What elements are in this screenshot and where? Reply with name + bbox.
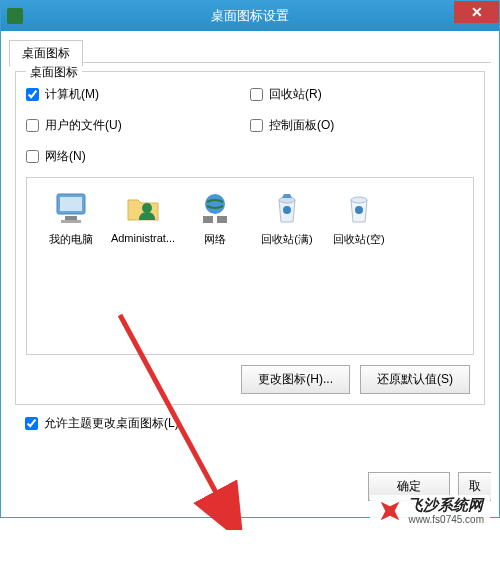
checkbox-controlpanel-label: 控制面板(O) <box>269 117 334 134</box>
content-area: 桌面图标 桌面图标 计算机(M) 回收站(R) 用户的文件(U) <box>1 31 499 517</box>
watermark-text: 飞沙系统网 www.fs0745.com <box>408 497 484 525</box>
icon-item-recyclebin-full[interactable]: 回收站(满) <box>251 190 323 247</box>
checkbox-userfiles-label: 用户的文件(U) <box>45 117 122 134</box>
theme-checkbox-input[interactable] <box>25 417 38 430</box>
theme-checkbox-label: 允许主题更改桌面图标(L) <box>44 415 179 432</box>
watermark: 飞沙系统网 www.fs0745.com <box>370 495 490 527</box>
tab-desktop-icons[interactable]: 桌面图标 <box>9 40 83 67</box>
svg-point-9 <box>283 206 291 214</box>
checkbox-controlpanel[interactable]: 控制面板(O) <box>250 117 474 134</box>
window-frame: 桌面图标设置 ✕ 桌面图标 桌面图标 计算机(M) 回收站(R) 用 <box>0 0 500 518</box>
user-folder-icon <box>125 190 161 226</box>
recyclebin-full-icon <box>269 190 305 226</box>
close-button[interactable]: ✕ <box>454 1 499 23</box>
svg-rect-1 <box>60 197 82 211</box>
groupbox-label: 桌面图标 <box>26 64 82 81</box>
svg-rect-7 <box>217 216 227 223</box>
svg-rect-2 <box>65 216 77 220</box>
checkbox-recyclebin-label: 回收站(R) <box>269 86 322 103</box>
icon-item-recyclebin-empty[interactable]: 回收站(空) <box>323 190 395 247</box>
checkbox-network-input[interactable] <box>26 150 39 163</box>
checkbox-userfiles-input[interactable] <box>26 119 39 132</box>
icon-item-network[interactable]: 网络 <box>179 190 251 247</box>
checkbox-network-label: 网络(N) <box>45 148 86 165</box>
watermark-url: www.fs0745.com <box>408 514 484 525</box>
icon-label-administrator: Administrat... <box>111 232 175 244</box>
groupbox-desktop-icons: 桌面图标 计算机(M) 回收站(R) 用户的文件(U) 控制面板(O) <box>15 71 485 405</box>
svg-rect-6 <box>203 216 213 223</box>
recyclebin-empty-icon <box>341 190 377 226</box>
tab-strip: 桌面图标 <box>9 39 491 63</box>
computer-icon <box>53 190 89 226</box>
icon-list[interactable]: 我的电脑 Administrat... <box>26 177 474 355</box>
theme-checkbox[interactable]: 允许主题更改桌面图标(L) <box>25 415 491 432</box>
icon-item-my-computer[interactable]: 我的电脑 <box>35 190 107 247</box>
checkbox-controlpanel-input[interactable] <box>250 119 263 132</box>
checkbox-userfiles[interactable]: 用户的文件(U) <box>26 117 250 134</box>
network-icon <box>197 190 233 226</box>
icon-label-recyclebin-full: 回收站(满) <box>261 232 312 247</box>
icon-label-my-computer: 我的电脑 <box>49 232 93 247</box>
window-title: 桌面图标设置 <box>211 7 289 25</box>
checkbox-computer[interactable]: 计算机(M) <box>26 86 250 103</box>
icon-label-network: 网络 <box>204 232 226 247</box>
checkbox-grid: 计算机(M) 回收站(R) 用户的文件(U) 控制面板(O) 网络(N) <box>26 86 474 165</box>
change-icon-button[interactable]: 更改图标(H)... <box>241 365 350 394</box>
watermark-title: 飞沙系统网 <box>408 497 484 514</box>
titlebar[interactable]: 桌面图标设置 ✕ <box>1 1 499 31</box>
svg-point-4 <box>142 203 152 213</box>
watermark-logo-icon <box>376 497 404 525</box>
svg-rect-3 <box>61 220 81 223</box>
svg-point-10 <box>351 197 367 203</box>
close-icon: ✕ <box>471 4 483 20</box>
svg-point-11 <box>355 206 363 214</box>
icon-item-administrator[interactable]: Administrat... <box>107 190 179 244</box>
checkbox-recyclebin-input[interactable] <box>250 88 263 101</box>
app-icon <box>7 8 23 24</box>
checkbox-recyclebin[interactable]: 回收站(R) <box>250 86 474 103</box>
svg-point-5 <box>205 194 225 214</box>
icon-button-row: 更改图标(H)... 还原默认值(S) <box>26 365 474 394</box>
icon-label-recyclebin-empty: 回收站(空) <box>333 232 384 247</box>
checkbox-computer-label: 计算机(M) <box>45 86 99 103</box>
checkbox-network[interactable]: 网络(N) <box>26 148 250 165</box>
checkbox-computer-input[interactable] <box>26 88 39 101</box>
restore-default-button[interactable]: 还原默认值(S) <box>360 365 470 394</box>
